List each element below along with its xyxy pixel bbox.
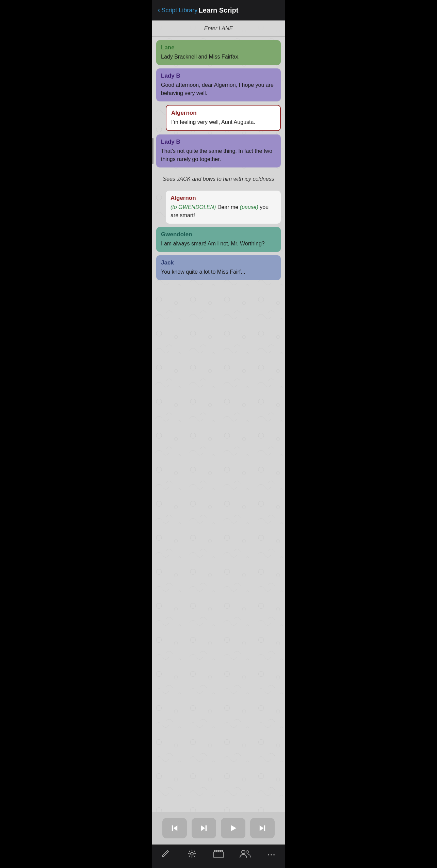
svg-marker-5 <box>260 825 264 831</box>
svg-point-15 <box>246 851 249 853</box>
speech-block-algernon-2[interactable]: Algernon (to GWENDOLEN) Dear me (pause) … <box>166 191 281 224</box>
svg-rect-8 <box>214 852 223 858</box>
tab-bar: ··· <box>152 845 285 868</box>
transport-bar <box>152 812 285 845</box>
speech-block-gwendolen-1[interactable]: Gwendolen I am always smart! Am I not, M… <box>156 227 281 252</box>
skip-forward-icon <box>258 823 267 833</box>
tab-characters[interactable] <box>232 849 258 861</box>
inline-direction-to-gwendolen: (to GWENDOLEN) <box>171 204 216 210</box>
transport-next-button[interactable] <box>250 818 275 838</box>
tab-script[interactable] <box>205 849 232 861</box>
nav-title: Learn Script <box>198 6 239 14</box>
speech-block-lane-1[interactable]: Lane Lady Bracknell and Miss Fairfax. <box>156 40 281 65</box>
svg-marker-0 <box>174 825 178 831</box>
transport-prev-button[interactable] <box>162 818 187 838</box>
character-name-lane: Lane <box>161 44 276 51</box>
speech-text-ladyb-2: That's not quite the same thing. In fact… <box>161 147 276 163</box>
transport-play-button[interactable] <box>221 818 245 838</box>
transport-play-to-button[interactable] <box>192 818 216 838</box>
character-name-algernon-2: Algernon <box>171 195 276 202</box>
stage-direction-2: Sees JACK and bows to him with icy coldn… <box>152 171 285 187</box>
stage-direction-1: Enter LANE <box>152 20 285 37</box>
clapperboard-icon <box>213 849 224 861</box>
character-name-ladyb-1: Lady B <box>161 73 276 79</box>
speech-block-ladyb-2[interactable]: Lady B That's not quite the same thing. … <box>156 134 281 167</box>
character-name-jack: Jack <box>161 259 276 266</box>
tab-settings[interactable] <box>179 849 205 861</box>
svg-rect-1 <box>172 825 173 831</box>
svg-rect-6 <box>264 825 265 831</box>
speech-block-algernon-1[interactable]: Algernon I'm feeling very well, Aunt Aug… <box>166 105 281 131</box>
speech-text-ladyb-1: Good afternoon, dear Algernon, I hope yo… <box>161 81 276 97</box>
svg-marker-4 <box>231 825 236 832</box>
tab-edit[interactable] <box>152 849 179 861</box>
character-name-ladyb-2: Lady B <box>161 139 276 145</box>
gear-icon <box>187 849 197 861</box>
inline-direction-pause: (pause) <box>240 204 258 210</box>
svg-point-14 <box>242 850 245 854</box>
scroll-indicator <box>152 138 153 164</box>
speech-text-part-1: Dear me <box>216 204 240 210</box>
more-icon: ··· <box>268 851 276 859</box>
speech-block-ladyb-2-wrapper: Lady B That's not quite the same thing. … <box>152 134 285 167</box>
script-content: Enter LANE Lane Lady Bracknell and Miss … <box>152 20 285 812</box>
play-to-icon <box>199 823 209 833</box>
speech-block-jack-1[interactable]: Jack You know quite a lot to Miss Fairf.… <box>156 255 281 280</box>
skip-back-icon <box>170 823 179 833</box>
nav-back-button[interactable]: ‹ Script Library <box>158 6 198 14</box>
speech-text-gwendolen: I am always smart! Am I not, Mr. Worthin… <box>161 240 276 248</box>
pencil-icon <box>161 849 170 861</box>
people-icon <box>239 849 251 861</box>
character-name-gwendolen: Gwendolen <box>161 231 276 238</box>
speech-text-algernon-1: I'm feeling very well, Aunt Augusta. <box>171 118 275 126</box>
tab-more[interactable]: ··· <box>258 851 285 859</box>
svg-marker-2 <box>201 825 205 831</box>
speech-block-ladyb-1[interactable]: Lady B Good afternoon, dear Algernon, I … <box>156 68 281 101</box>
nav-back-label: Script Library <box>161 7 197 14</box>
svg-rect-3 <box>206 825 207 831</box>
speech-text-lane-1: Lady Bracknell and Miss Fairfax. <box>161 53 276 61</box>
character-name-algernon-1: Algernon <box>171 110 275 116</box>
speech-text-algernon-2: (to GWENDOLEN) Dear me (pause) you are s… <box>171 203 276 220</box>
play-icon <box>228 823 238 833</box>
speech-text-jack: You know quite a lot to Miss Fairf... <box>161 268 276 276</box>
nav-bar: ‹ Script Library Learn Script <box>152 0 285 20</box>
svg-point-7 <box>191 852 193 855</box>
chevron-left-icon: ‹ <box>158 6 160 14</box>
